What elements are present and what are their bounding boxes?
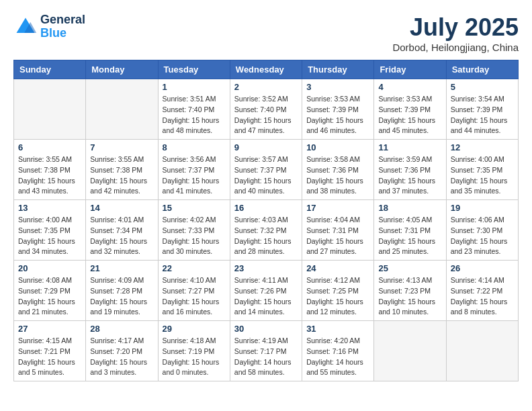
day-info: Sunrise: 4:08 AM Sunset: 7:29 PM Dayligh… <box>18 275 81 318</box>
day-info: Sunrise: 3:58 AM Sunset: 7:36 PM Dayligh… <box>306 154 369 197</box>
day-number: 14 <box>90 203 153 213</box>
day-number: 12 <box>451 142 514 152</box>
weekday-header: Sunday <box>14 60 86 79</box>
day-number: 3 <box>306 82 369 92</box>
day-info: Sunrise: 3:52 AM Sunset: 7:40 PM Dayligh… <box>234 94 298 136</box>
calendar-cell: 1Sunrise: 3:51 AM Sunset: 7:40 PM Daylig… <box>158 79 230 140</box>
calendar-cell: 26Sunrise: 4:14 AM Sunset: 7:22 PM Dayli… <box>446 261 518 321</box>
day-number: 13 <box>18 203 81 213</box>
day-number: 27 <box>18 324 81 334</box>
day-number: 28 <box>90 324 153 334</box>
calendar-cell: 9Sunrise: 3:57 AM Sunset: 7:37 PM Daylig… <box>230 140 302 200</box>
calendar: SundayMondayTuesdayWednesdayThursdayFrid… <box>13 60 519 381</box>
day-number: 9 <box>234 142 298 152</box>
day-number: 23 <box>234 263 298 273</box>
calendar-cell: 13Sunrise: 4:00 AM Sunset: 7:35 PM Dayli… <box>14 200 86 261</box>
week-row-5: 27Sunrise: 4:15 AM Sunset: 7:21 PM Dayli… <box>14 321 519 381</box>
calendar-cell <box>86 79 158 140</box>
day-info: Sunrise: 4:02 AM Sunset: 7:33 PM Dayligh… <box>163 215 226 257</box>
day-info: Sunrise: 4:17 AM Sunset: 7:20 PM Dayligh… <box>90 336 153 378</box>
day-info: Sunrise: 4:13 AM Sunset: 7:23 PM Dayligh… <box>378 275 441 318</box>
calendar-cell: 20Sunrise: 4:08 AM Sunset: 7:29 PM Dayli… <box>14 261 86 321</box>
day-info: Sunrise: 4:10 AM Sunset: 7:27 PM Dayligh… <box>163 275 226 318</box>
calendar-cell: 18Sunrise: 4:05 AM Sunset: 7:31 PM Dayli… <box>374 200 446 261</box>
day-info: Sunrise: 3:55 AM Sunset: 7:38 PM Dayligh… <box>18 154 81 197</box>
day-info: Sunrise: 3:55 AM Sunset: 7:38 PM Dayligh… <box>90 154 153 197</box>
calendar-cell: 25Sunrise: 4:13 AM Sunset: 7:23 PM Dayli… <box>374 261 446 321</box>
day-info: Sunrise: 4:03 AM Sunset: 7:32 PM Dayligh… <box>234 215 298 257</box>
day-info: Sunrise: 4:11 AM Sunset: 7:26 PM Dayligh… <box>234 275 298 318</box>
calendar-cell <box>446 321 518 381</box>
day-number: 15 <box>163 203 226 213</box>
day-number: 11 <box>378 142 441 152</box>
day-info: Sunrise: 4:00 AM Sunset: 7:35 PM Dayligh… <box>451 154 514 197</box>
calendar-cell: 16Sunrise: 4:03 AM Sunset: 7:32 PM Dayli… <box>230 200 302 261</box>
calendar-cell: 31Sunrise: 4:20 AM Sunset: 7:16 PM Dayli… <box>302 321 374 381</box>
day-info: Sunrise: 3:54 AM Sunset: 7:39 PM Dayligh… <box>451 94 514 136</box>
day-number: 2 <box>234 82 298 92</box>
calendar-cell: 17Sunrise: 4:04 AM Sunset: 7:31 PM Dayli… <box>302 200 374 261</box>
day-info: Sunrise: 3:56 AM Sunset: 7:37 PM Dayligh… <box>163 154 226 197</box>
calendar-cell: 12Sunrise: 4:00 AM Sunset: 7:35 PM Dayli… <box>446 140 518 200</box>
calendar-cell: 23Sunrise: 4:11 AM Sunset: 7:26 PM Dayli… <box>230 261 302 321</box>
week-row-3: 13Sunrise: 4:00 AM Sunset: 7:35 PM Dayli… <box>14 200 519 261</box>
calendar-cell: 11Sunrise: 3:59 AM Sunset: 7:36 PM Dayli… <box>374 140 446 200</box>
day-number: 1 <box>163 82 226 92</box>
calendar-cell <box>14 79 86 140</box>
day-info: Sunrise: 3:53 AM Sunset: 7:39 PM Dayligh… <box>378 94 441 136</box>
day-info: Sunrise: 4:18 AM Sunset: 7:19 PM Dayligh… <box>163 336 226 378</box>
day-number: 21 <box>90 263 153 273</box>
day-number: 18 <box>378 203 441 213</box>
week-row-1: 1Sunrise: 3:51 AM Sunset: 7:40 PM Daylig… <box>14 79 519 140</box>
calendar-cell: 15Sunrise: 4:02 AM Sunset: 7:33 PM Dayli… <box>158 200 230 261</box>
day-info: Sunrise: 3:51 AM Sunset: 7:40 PM Dayligh… <box>163 94 226 136</box>
calendar-cell: 24Sunrise: 4:12 AM Sunset: 7:25 PM Dayli… <box>302 261 374 321</box>
calendar-cell: 22Sunrise: 4:10 AM Sunset: 7:27 PM Dayli… <box>158 261 230 321</box>
day-number: 17 <box>306 203 369 213</box>
day-number: 8 <box>163 142 226 152</box>
day-info: Sunrise: 4:04 AM Sunset: 7:31 PM Dayligh… <box>306 215 369 257</box>
day-number: 24 <box>306 263 369 273</box>
calendar-cell: 6Sunrise: 3:55 AM Sunset: 7:38 PM Daylig… <box>14 140 86 200</box>
day-info: Sunrise: 4:20 AM Sunset: 7:16 PM Dayligh… <box>306 336 369 378</box>
calendar-cell: 8Sunrise: 3:56 AM Sunset: 7:37 PM Daylig… <box>158 140 230 200</box>
day-number: 30 <box>234 324 298 334</box>
day-number: 5 <box>451 82 514 92</box>
calendar-cell: 28Sunrise: 4:17 AM Sunset: 7:20 PM Dayli… <box>86 321 158 381</box>
logo-icon <box>13 15 38 39</box>
calendar-cell: 30Sunrise: 4:19 AM Sunset: 7:17 PM Dayli… <box>230 321 302 381</box>
day-info: Sunrise: 4:09 AM Sunset: 7:28 PM Dayligh… <box>90 275 153 318</box>
calendar-cell: 27Sunrise: 4:15 AM Sunset: 7:21 PM Dayli… <box>14 321 86 381</box>
day-info: Sunrise: 3:53 AM Sunset: 7:39 PM Dayligh… <box>306 94 369 136</box>
day-info: Sunrise: 4:15 AM Sunset: 7:21 PM Dayligh… <box>18 336 81 378</box>
day-number: 22 <box>163 263 226 273</box>
month-title: July 2025 <box>392 13 519 42</box>
calendar-cell: 2Sunrise: 3:52 AM Sunset: 7:40 PM Daylig… <box>230 79 302 140</box>
title-block: July 2025 Dorbod, Heilongjiang, China <box>392 13 519 53</box>
logo-text: General Blue <box>40 13 85 40</box>
day-info: Sunrise: 4:06 AM Sunset: 7:30 PM Dayligh… <box>451 215 514 257</box>
day-number: 20 <box>18 263 81 273</box>
weekday-header: Saturday <box>446 60 518 79</box>
weekday-header-row: SundayMondayTuesdayWednesdayThursdayFrid… <box>14 60 519 79</box>
calendar-cell: 7Sunrise: 3:55 AM Sunset: 7:38 PM Daylig… <box>86 140 158 200</box>
calendar-cell: 5Sunrise: 3:54 AM Sunset: 7:39 PM Daylig… <box>446 79 518 140</box>
weekday-header: Friday <box>374 60 446 79</box>
day-number: 25 <box>378 263 441 273</box>
day-number: 10 <box>306 142 369 152</box>
day-info: Sunrise: 3:57 AM Sunset: 7:37 PM Dayligh… <box>234 154 298 197</box>
page-header: General Blue July 2025 Dorbod, Heilongji… <box>13 13 519 53</box>
day-info: Sunrise: 4:05 AM Sunset: 7:31 PM Dayligh… <box>378 215 441 257</box>
calendar-cell: 14Sunrise: 4:01 AM Sunset: 7:34 PM Dayli… <box>86 200 158 261</box>
calendar-cell: 4Sunrise: 3:53 AM Sunset: 7:39 PM Daylig… <box>374 79 446 140</box>
calendar-cell <box>374 321 446 381</box>
weekday-header: Wednesday <box>230 60 302 79</box>
calendar-cell: 29Sunrise: 4:18 AM Sunset: 7:19 PM Dayli… <box>158 321 230 381</box>
day-number: 4 <box>378 82 441 92</box>
day-number: 6 <box>18 142 81 152</box>
logo-line1: General <box>40 13 85 27</box>
calendar-cell: 10Sunrise: 3:58 AM Sunset: 7:36 PM Dayli… <box>302 140 374 200</box>
location: Dorbod, Heilongjiang, China <box>392 42 519 53</box>
day-number: 29 <box>163 324 226 334</box>
day-number: 31 <box>306 324 369 334</box>
